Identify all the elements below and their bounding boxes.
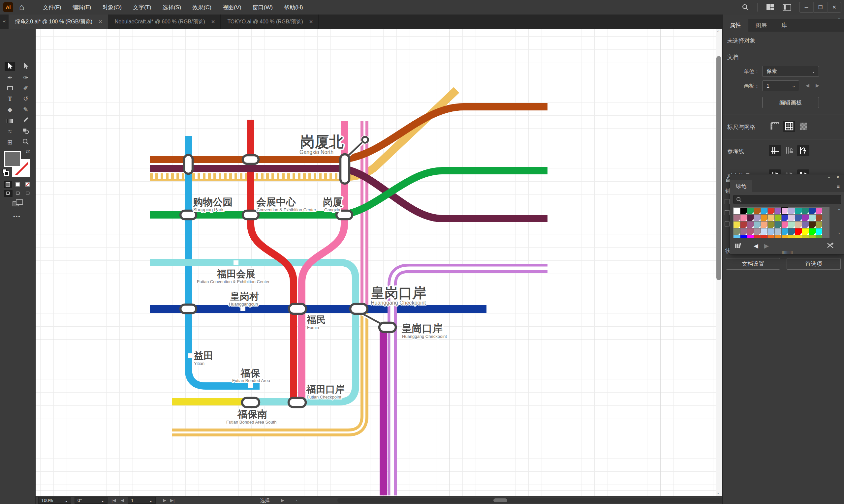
swatch[interactable] — [802, 221, 809, 228]
swatches-panel-header[interactable]: « ✕ — [730, 174, 844, 180]
doc-tab-green-turtle[interactable]: 绿龟2.0.ai* @ 100 % (RGB/预览) ✕ — [8, 15, 108, 29]
next-artboard-icon[interactable]: ▶ — [816, 83, 819, 88]
edit-artboard-button[interactable]: 编辑画板 — [762, 97, 819, 108]
station-marker-fubao[interactable] — [248, 383, 253, 388]
show-guides-icon[interactable] — [769, 145, 781, 156]
screen-mode-button[interactable] — [13, 199, 24, 207]
first-artboard-icon[interactable]: |◀ — [111, 497, 116, 504]
swatch[interactable] — [809, 215, 816, 221]
swatch[interactable] — [782, 221, 788, 228]
station-marker-huanggangcun[interactable] — [241, 306, 245, 311]
menu-window[interactable]: 窗口(W) — [253, 4, 273, 11]
status-expand-icon[interactable]: ▶ — [281, 497, 284, 504]
station-pill-fumin[interactable] — [289, 304, 306, 314]
width-tool[interactable]: ≈ — [5, 127, 15, 136]
swatch[interactable] — [816, 229, 823, 235]
swatch[interactable] — [734, 229, 740, 235]
swatch[interactable] — [802, 229, 809, 235]
draw-behind-button[interactable] — [14, 190, 22, 197]
swatch[interactable] — [782, 215, 788, 221]
prev-artboard-icon[interactable]: ◀ — [121, 497, 124, 504]
tab-collapse-icon[interactable]: « — [0, 15, 8, 29]
menu-view[interactable]: 视图(V) — [223, 4, 242, 11]
document-setup-button[interactable]: 文档设置 — [726, 258, 780, 270]
swatch[interactable] — [795, 215, 802, 221]
canvas[interactable]: 岗厦北 Gangxia North 购物公园 Shopping Park 会展中… — [36, 29, 722, 496]
artboard-dropdown[interactable]: 1⌄ — [762, 80, 799, 91]
swatch[interactable] — [788, 229, 795, 235]
close-button[interactable]: ✕ — [827, 2, 841, 13]
illustrator-logo-icon[interactable]: Ai — [3, 2, 13, 12]
swatch[interactable] — [795, 229, 802, 235]
swatch[interactable] — [802, 235, 809, 238]
scroll-down-icon[interactable]: ⌄ — [838, 230, 841, 235]
ruler-icon[interactable] — [769, 121, 781, 132]
menu-object[interactable]: 对象(O) — [102, 4, 122, 11]
zoom-level-dropdown[interactable]: 100%⌄ — [38, 497, 71, 504]
snap-guides-icon[interactable] — [797, 145, 809, 156]
swatch[interactable] — [788, 221, 795, 228]
leader-circle[interactable] — [362, 137, 368, 143]
swatch[interactable] — [740, 208, 747, 214]
swatch[interactable] — [775, 221, 781, 228]
swatch[interactable] — [761, 215, 768, 221]
restore-button[interactable]: ❐ — [813, 2, 827, 13]
station-marker-futian-convention[interactable] — [233, 260, 239, 265]
swatch-libraries-icon[interactable] — [735, 242, 742, 251]
eraser-tool[interactable]: ◆ — [5, 105, 15, 114]
prev-swatch-icon[interactable]: ◀ — [754, 242, 758, 250]
swatch[interactable] — [740, 221, 747, 228]
scroll-up-icon[interactable]: ⌃ — [716, 30, 720, 35]
transparency-grid-icon[interactable] — [797, 121, 809, 132]
swatch[interactable] — [816, 208, 823, 214]
swatch[interactable] — [768, 229, 774, 235]
station-pill-gangxia-north[interactable] — [340, 154, 349, 184]
selection-tool[interactable] — [5, 62, 15, 71]
swatch[interactable] — [809, 235, 816, 238]
station-pill-futian-checkpoint[interactable] — [288, 398, 306, 407]
swatch[interactable] — [754, 229, 760, 235]
swatch[interactable] — [768, 235, 774, 238]
fill-color-chip[interactable] — [4, 151, 21, 167]
eyedropper-tool[interactable] — [20, 116, 31, 126]
draw-normal-button[interactable] — [4, 190, 13, 197]
rotate-tool[interactable]: ↺ — [20, 94, 31, 104]
swatch[interactable] — [795, 235, 802, 238]
show-grid-icon[interactable] — [783, 121, 795, 132]
swatch-search-input[interactable] — [733, 195, 841, 204]
swatches-tab[interactable]: 绿龟 — [730, 180, 752, 192]
doc-tab-nebulaecraft[interactable]: NebulaeCraft.ai* @ 600 % (RGB/预览) ✕ — [108, 15, 221, 29]
panel-close-icon[interactable]: ✕ — [836, 175, 840, 180]
workspace-switcher-icon[interactable] — [766, 4, 774, 11]
horizontal-scrollbar-track[interactable] — [337, 498, 748, 503]
tab-libraries[interactable]: 库 — [774, 19, 794, 32]
swatch[interactable] — [809, 229, 816, 235]
swatch[interactable] — [761, 221, 768, 228]
panel-menu-icon[interactable]: ≡ — [837, 184, 840, 189]
swatch[interactable] — [775, 215, 781, 221]
zoom-tool[interactable] — [20, 138, 31, 147]
menu-edit[interactable]: 编辑(E) — [73, 4, 91, 11]
next-artboard-icon[interactable]: ▶ — [163, 497, 166, 504]
occluded-checkbox[interactable] — [725, 199, 729, 204]
swatch[interactable] — [754, 215, 760, 221]
pen-tool[interactable]: ✒ — [5, 73, 15, 83]
swatch[interactable] — [748, 235, 754, 238]
swatch[interactable] — [775, 235, 781, 238]
tab-layers[interactable]: 图层 — [748, 19, 774, 32]
swatch[interactable] — [782, 229, 788, 235]
station-pill-blue-cyan[interactable] — [180, 305, 196, 313]
scroll-down-icon[interactable]: ⌄ — [716, 490, 720, 495]
swatch[interactable] — [754, 235, 760, 238]
unit-dropdown[interactable]: 像素⌄ — [762, 66, 819, 77]
line-brown[interactable] — [150, 107, 547, 160]
fill-color-mode-button[interactable] — [4, 181, 12, 188]
close-tab-icon[interactable]: ✕ — [98, 19, 103, 25]
fill-gradient-mode-button[interactable] — [14, 181, 22, 188]
swatch[interactable] — [816, 235, 823, 238]
swatch[interactable] — [782, 208, 788, 214]
next-swatch-icon[interactable]: ▶ — [764, 242, 769, 250]
swatch[interactable] — [740, 235, 747, 238]
swatch[interactable] — [768, 215, 774, 221]
swatch[interactable] — [802, 215, 809, 221]
